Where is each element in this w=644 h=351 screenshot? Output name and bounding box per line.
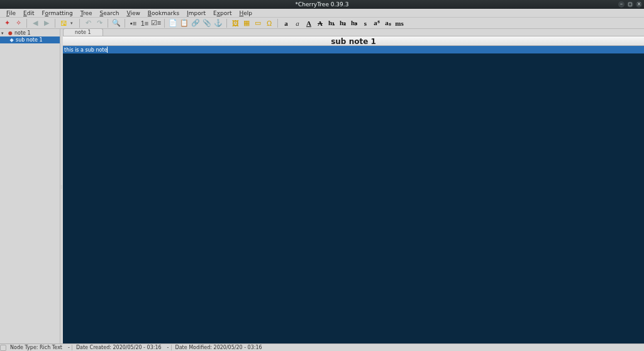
editor-area[interactable]: this is a sub note [63, 46, 644, 343]
menu-import[interactable]: Import [183, 10, 209, 16]
menu-file[interactable]: File [3, 10, 19, 16]
paste-icon[interactable]: 📋 [180, 19, 189, 28]
menu-formatting[interactable]: Formatting [38, 10, 77, 16]
menu-edit[interactable]: Edit [19, 10, 38, 16]
status-node-type: Node Type: Rich Text [6, 345, 66, 350]
list-todo-icon[interactable]: ☑≡ [152, 19, 160, 28]
image-icon[interactable]: 🖼 [231, 19, 240, 28]
format-strike-button[interactable]: A [316, 19, 325, 28]
format-superscript-button[interactable]: aˢ [372, 19, 381, 28]
table-icon[interactable]: ▦ [242, 19, 251, 28]
close-button[interactable]: × [636, 1, 642, 8]
tree-node-label: sub note 1 [16, 37, 43, 43]
minimize-button[interactable]: – [618, 1, 625, 8]
nav-forward-icon[interactable]: ▶ [42, 19, 51, 28]
menu-help[interactable]: Help [235, 10, 256, 16]
window-title: *CherryTree 0.39.3 [296, 1, 349, 8]
link-icon[interactable]: 🔗 [191, 19, 200, 28]
status-date-created: Date Created: 2020/05/20 - 03:16 [72, 345, 165, 350]
menu-export[interactable]: Export [209, 10, 235, 16]
editor-current-line: this is a sub note [63, 46, 644, 53]
list-bullet-icon[interactable]: •≡ [129, 19, 138, 28]
node-add-icon[interactable]: ✦ [3, 19, 11, 28]
format-monospace-button[interactable]: ms [395, 19, 404, 28]
statusbar-grip-icon [0, 345, 6, 351]
codebox-icon[interactable]: ▭ [253, 19, 262, 28]
copy-icon[interactable]: 📄 [169, 19, 177, 28]
tree-node-label: note 1 [14, 30, 31, 36]
maximize-button[interactable]: ◻ [627, 1, 633, 8]
anchor-icon[interactable]: ⚓ [214, 19, 223, 28]
tab-note1[interactable]: note 1 [63, 28, 103, 36]
format-bold-button[interactable]: a [282, 19, 291, 28]
format-h3-button[interactable]: h₃ [350, 19, 358, 28]
menu-bookmarks[interactable]: Bookmarks [144, 10, 183, 16]
format-subscript-button[interactable]: aₛ [384, 19, 392, 28]
tree-node-child[interactable]: ◆ sub note 1 [0, 36, 60, 43]
text-cursor [107, 47, 108, 53]
save-icon[interactable]: 🖫 [59, 19, 68, 28]
window-titlebar: *CherryTree 0.39.3 – ◻ × [0, 0, 644, 9]
format-underline-button[interactable]: A [304, 19, 313, 28]
toolbar: ✦ ✧ ◀ ▶ 🖫 ▾ ↶ ↷ 🔍 •≡ 1≡ ☑≡ 📄 📋 🔗 📎 ⚓ 🖼 ▦… [0, 18, 644, 29]
node-cherry-icon: ● [8, 30, 13, 36]
save-dropdown-icon[interactable]: ▾ [70, 21, 75, 26]
redo-icon[interactable]: ↷ [95, 19, 104, 28]
tree-panel: ▾ ● note 1 ◆ sub note 1 [0, 29, 60, 343]
expand-collapse-icon[interactable]: ▾ [1, 31, 6, 36]
find-icon[interactable]: 🔍 [112, 19, 121, 28]
status-date-modified: Date Modified: 2020/05/20 - 03:16 [171, 345, 266, 350]
tree-node-root[interactable]: ▾ ● note 1 [0, 30, 60, 36]
special-char-icon[interactable]: Ω [265, 19, 274, 28]
node-title: sub note 1 [63, 36, 644, 46]
node-tabbar: note 1 [63, 29, 644, 36]
menu-tree[interactable]: Tree [77, 10, 96, 16]
menubar: File Edit Formatting Tree Search View Bo… [0, 9, 644, 18]
menu-search[interactable]: Search [96, 10, 123, 16]
list-number-icon[interactable]: 1≡ [140, 19, 149, 28]
node-child-icon: ◆ [9, 37, 14, 43]
nav-back-icon[interactable]: ◀ [31, 19, 40, 28]
menu-view[interactable]: View [123, 10, 143, 16]
format-small-button[interactable]: s [361, 19, 370, 28]
statusbar: Node Type: Rich Text - Date Created: 202… [0, 343, 644, 351]
undo-icon[interactable]: ↶ [84, 19, 92, 28]
format-h2-button[interactable]: h₂ [338, 19, 347, 28]
format-h1-button[interactable]: h₁ [327, 19, 336, 28]
node-add-child-icon[interactable]: ✧ [14, 19, 23, 28]
attach-icon[interactable]: 📎 [203, 19, 211, 28]
format-italic-button[interactable]: a [293, 19, 302, 28]
editor-text[interactable]: this is a sub note [64, 47, 107, 53]
